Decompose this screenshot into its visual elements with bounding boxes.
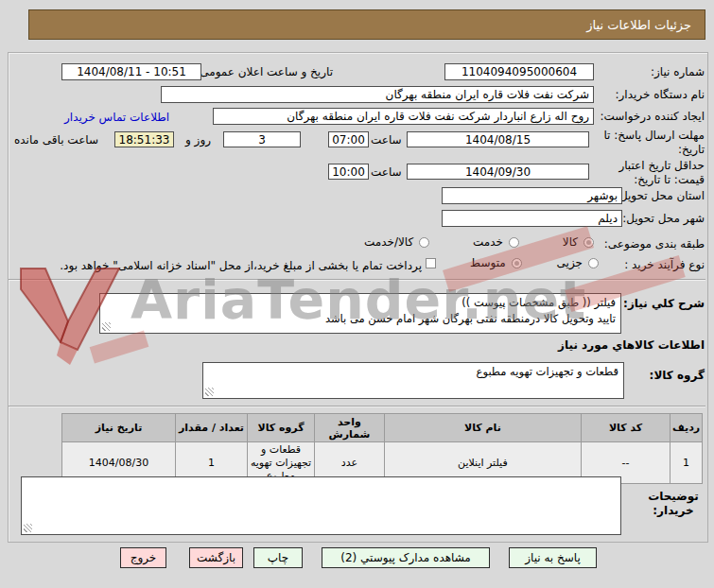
province-field[interactable]: بوشهر xyxy=(442,187,622,204)
remaining-suffix-label: ساعت باقی مانده xyxy=(14,133,98,147)
separator xyxy=(9,406,705,407)
resize-handle-icon[interactable] xyxy=(24,524,32,532)
description-textarea[interactable]: فیلتر (( طبق مشخصات پیوست )) تایید وتحوی… xyxy=(99,293,621,334)
process-type-options: جزیی متوسط xyxy=(470,256,599,269)
treasury-checkbox-label: پرداخت تمام یا بخشی از مبلغ خرید،از محل … xyxy=(60,259,422,272)
cell-row-number: 1 xyxy=(670,442,703,484)
treasury-checkbox[interactable] xyxy=(426,258,436,268)
respond-button[interactable]: پاسخ به نیاز xyxy=(509,547,597,568)
radio-medium-icon[interactable] xyxy=(512,258,522,268)
radio-goods-service-icon[interactable] xyxy=(419,237,429,248)
classification-options: کالا خدمت کالا/خدمت xyxy=(364,235,594,249)
validity-date-value: 1404/09/30 xyxy=(465,165,531,179)
radio-minor-icon[interactable] xyxy=(588,258,599,268)
buyer-notes-label: توضیحات خریدار: xyxy=(644,490,703,518)
goods-group-textarea[interactable]: قطعات و تجهیزات تهویه مطبوع xyxy=(202,362,624,399)
classification-option-service[interactable]: خدمت xyxy=(473,235,519,249)
remaining-time-field: 18:51:33 xyxy=(114,131,174,147)
resize-handle-icon[interactable] xyxy=(102,322,111,331)
deadline-date-value: 1404/08/15 xyxy=(465,133,531,147)
separator xyxy=(9,279,705,281)
classification-option-goods-service[interactable]: کالا/خدمت xyxy=(364,235,429,249)
province-value: بوشهر xyxy=(587,189,618,202)
goods-group-label: گروه کالا: xyxy=(650,369,705,382)
col-header-quantity: تعداد / مقدار xyxy=(176,414,248,442)
classification-option-goods[interactable]: کالا xyxy=(563,235,594,249)
col-header-unit: واحد شمارش xyxy=(315,414,385,442)
validity-date-field[interactable]: 1404/09/30 xyxy=(407,164,589,180)
buyer-notes-textarea[interactable] xyxy=(21,476,621,535)
remaining-time-value: 18:51:33 xyxy=(119,133,170,147)
classification-option-label: کالا xyxy=(563,235,578,249)
buyer-org-value: شرکت نفت فلات قاره ایران منطقه بهرگان xyxy=(386,88,589,101)
announce-datetime-value: 1404/08/11 - 10:51 xyxy=(77,65,186,78)
creator-value: روح اله زارع انباردار شرکت نفت فلات قاره… xyxy=(287,110,589,123)
classification-option-label: خدمت xyxy=(473,235,503,249)
validity-label: حداقل تاریخ اعتبار قیمت: تا تاریخ: xyxy=(599,159,705,187)
process-option-label: متوسط xyxy=(470,256,506,269)
page-title: جزئیات اطلاعات نیاز xyxy=(586,18,691,32)
remaining-days-label: روز و xyxy=(185,133,211,147)
radio-goods-icon[interactable] xyxy=(583,237,594,248)
process-option-medium[interactable]: متوسط xyxy=(470,256,522,269)
buyer-org-field[interactable]: شرکت نفت فلات قاره ایران منطقه بهرگان xyxy=(161,86,594,103)
col-header-need-date: تاریخ نیاز xyxy=(62,414,176,442)
description-label: شرح کلي نیاز: xyxy=(623,297,705,310)
col-header-item-name: نام کالا xyxy=(384,414,581,442)
goods-table: ردیف کد کالا نام کالا واحد شمارش گروه کا… xyxy=(61,413,703,484)
col-header-item-code: کد کالا xyxy=(582,414,670,442)
classification-option-label: کالا/خدمت xyxy=(364,235,413,249)
process-option-minor[interactable]: جزیی xyxy=(557,256,599,269)
deadline-time-value: 07:00 xyxy=(332,133,365,147)
city-value: دیلم xyxy=(598,212,618,225)
province-label: استان محل تحویل: xyxy=(616,189,705,202)
buyer-org-label: نام دستگاه خریدار: xyxy=(616,88,705,101)
validity-time-value: 10:00 xyxy=(332,165,365,179)
validity-hour-label: ساعت xyxy=(371,165,402,179)
process-type-label: نوع فرآیند خرید : xyxy=(624,258,705,271)
need-number-field[interactable]: 1104094095000604 xyxy=(444,63,594,80)
need-details-page: جزئیات اطلاعات نیاز شماره نیاز: 11040940… xyxy=(0,0,714,588)
validity-time-field[interactable]: 10:00 xyxy=(328,164,369,180)
city-field[interactable]: دیلم xyxy=(442,210,622,227)
description-line1: فیلتر (( طبق مشخصات پیوست )) xyxy=(105,295,616,311)
col-header-group: گروه کالا xyxy=(247,414,314,442)
print-button[interactable]: چاپ xyxy=(253,547,303,568)
deadline-date-field[interactable]: 1404/08/15 xyxy=(407,131,589,147)
deadline-hour-label: ساعت xyxy=(371,133,402,147)
creator-label: ایجاد کننده درخواست: xyxy=(600,110,705,123)
goods-group-value: قطعات و تجهیزات تهویه مطبوع xyxy=(208,364,618,380)
deadline-time-field[interactable]: 07:00 xyxy=(328,131,369,147)
process-option-label: جزیی xyxy=(557,256,583,269)
title-bar: جزئیات اطلاعات نیاز xyxy=(28,9,705,40)
col-header-row-number: ردیف xyxy=(670,414,703,442)
resize-handle-icon[interactable] xyxy=(205,388,214,396)
need-number-value: 1104094095000604 xyxy=(461,65,577,78)
city-label: شهر محل تحویل: xyxy=(622,212,705,225)
buyer-contact-link[interactable]: اطلاعات تماس خریدار xyxy=(64,111,169,124)
description-line2: تایید وتحویل کالا درمنطقه نفتی بهرگان شه… xyxy=(105,311,616,327)
remaining-days-field: 3 xyxy=(223,131,301,147)
classification-label: طبقه بندی موضوعی: xyxy=(604,237,705,251)
deadline-label: مهلت ارسال پاسخ: تا تاریخ: xyxy=(593,129,705,157)
goods-table-header-row: ردیف کد کالا نام کالا واحد شمارش گروه کا… xyxy=(62,414,703,442)
radio-service-icon[interactable] xyxy=(509,237,519,248)
view-attachments-button[interactable]: مشاهده مدارک پیوستي (2) xyxy=(322,547,490,568)
exit-button[interactable]: خروج xyxy=(120,547,166,568)
announce-datetime-label: تاریخ و ساعت اعلان عمومی: xyxy=(196,65,333,78)
need-number-label: شماره نیاز: xyxy=(651,65,705,78)
goods-section-header: اطلاعات کالاهاي مورد نیاز xyxy=(558,338,705,352)
remaining-days-value: 3 xyxy=(258,133,266,147)
announce-datetime-field[interactable]: 1404/08/11 - 10:51 xyxy=(61,63,201,80)
back-button[interactable]: بازگشت xyxy=(189,547,243,568)
creator-field[interactable]: روح اله زارع انباردار شرکت نفت فلات قاره… xyxy=(213,108,594,125)
